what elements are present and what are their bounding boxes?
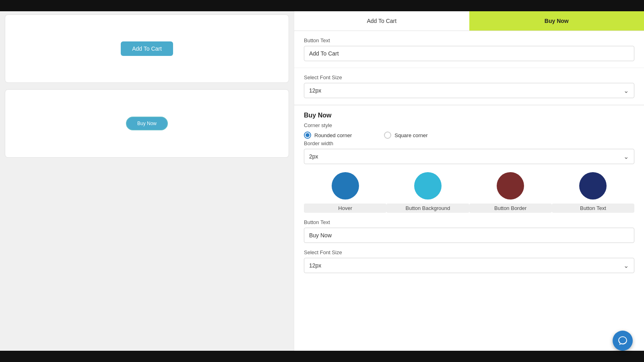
font-size-select-atc[interactable]: 10px 11px 12px 13px 14px — [304, 83, 634, 98]
buy-now-preview-card: Buy Now — [5, 89, 289, 158]
radio-rounded[interactable]: Rounded corner — [304, 132, 352, 139]
swatch-button-background: Button Background — [386, 172, 469, 213]
corner-style-row: Rounded corner Square corner — [304, 132, 634, 139]
left-panel: Add To Cart Buy Now — [0, 11, 294, 351]
chat-icon — [617, 335, 628, 346]
buy-now-section: Buy Now Corner style Rounded corner Squa… — [294, 105, 644, 280]
tab-add-to-cart[interactable]: Add To Cart — [294, 11, 469, 31]
buy-now-title: Buy Now — [304, 112, 634, 119]
button-text-input-atc[interactable] — [304, 46, 634, 61]
button-background-color-label: Button Background — [386, 204, 469, 213]
bottom-bar — [0, 351, 644, 362]
font-size-label-bn: Select Font Size — [304, 249, 634, 255]
border-width-select-wrapper: 1px 2px 3px 4px — [304, 149, 634, 164]
chat-button[interactable] — [613, 331, 633, 351]
hover-color-label: Hover — [304, 204, 386, 213]
color-swatches-row: Hover Button Background Button Border Bu… — [304, 172, 634, 213]
add-to-cart-preview-button[interactable]: Add To Cart — [121, 41, 173, 56]
font-size-select-wrapper-bn: 10px 11px 12px 13px 14px — [304, 258, 634, 273]
buy-now-preview-button[interactable]: Buy Now — [126, 117, 168, 130]
font-size-select-wrapper-atc: 10px 11px 12px 13px 14px — [304, 83, 634, 98]
button-text-color-circle[interactable] — [579, 172, 607, 200]
top-bar — [0, 0, 644, 11]
radio-rounded-circle — [304, 132, 311, 139]
border-width-label: Border width — [304, 140, 634, 146]
button-text-input-bn[interactable] — [304, 228, 634, 243]
button-background-color-circle[interactable] — [414, 172, 442, 200]
border-width-select[interactable]: 1px 2px 3px 4px — [304, 149, 634, 164]
corner-style-label: Corner style — [304, 122, 634, 128]
radio-square[interactable]: Square corner — [384, 132, 427, 139]
button-text-color-label: Button Text — [552, 204, 634, 213]
radio-square-circle — [384, 132, 391, 139]
hover-color-circle[interactable] — [332, 172, 359, 200]
button-text-label-bn: Button Text — [304, 219, 634, 225]
tab-buy-now[interactable]: Buy Now — [469, 11, 644, 31]
button-border-color-label: Button Border — [469, 204, 552, 213]
swatch-button-text: Button Text — [552, 172, 634, 213]
add-to-cart-preview-card: Add To Cart — [5, 14, 289, 83]
right-panel: Add To Cart Buy Now Button Text Select F… — [294, 11, 644, 351]
add-to-cart-button-text-section: Button Text — [294, 31, 644, 68]
button-border-color-circle[interactable] — [497, 172, 524, 200]
swatch-hover: Hover — [304, 172, 386, 213]
swatch-button-border: Button Border — [469, 172, 552, 213]
tab-bar: Add To Cart Buy Now — [294, 11, 644, 31]
add-to-cart-font-size-section: Select Font Size 10px 11px 12px 13px 14p… — [294, 68, 644, 105]
radio-square-label: Square corner — [394, 132, 427, 138]
font-size-label-atc: Select Font Size — [304, 74, 634, 80]
button-text-label-atc: Button Text — [304, 37, 634, 43]
radio-rounded-label: Rounded corner — [314, 132, 352, 138]
font-size-select-bn[interactable]: 10px 11px 12px 13px 14px — [304, 258, 634, 273]
